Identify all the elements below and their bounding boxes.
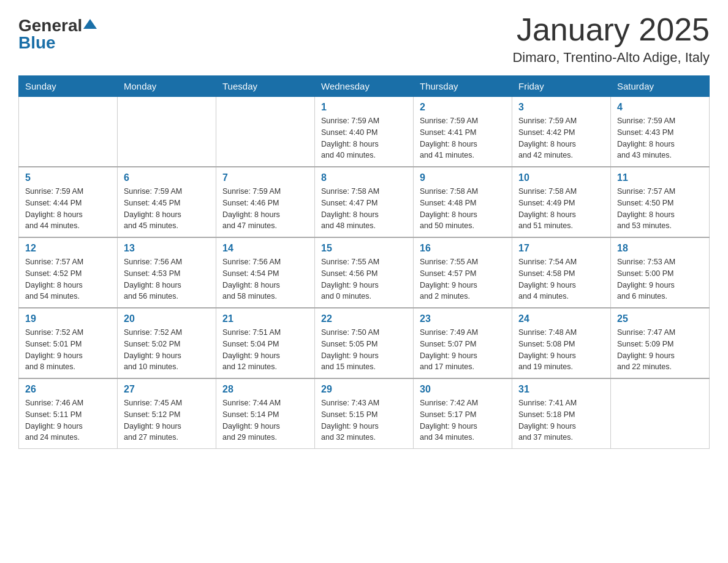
logo-general-text: General xyxy=(18,17,82,34)
logo: General Blue xyxy=(18,17,97,52)
calendar-cell: 24Sunrise: 7:48 AM Sunset: 5:08 PM Dayli… xyxy=(512,308,611,378)
calendar-cell: 5Sunrise: 7:59 AM Sunset: 4:44 PM Daylig… xyxy=(19,167,118,237)
calendar-cell: 31Sunrise: 7:41 AM Sunset: 5:18 PM Dayli… xyxy=(512,378,611,449)
day-info: Sunrise: 7:43 AM Sunset: 5:15 PM Dayligh… xyxy=(321,397,407,443)
day-info: Sunrise: 7:58 AM Sunset: 4:48 PM Dayligh… xyxy=(420,186,506,232)
day-info: Sunrise: 7:45 AM Sunset: 5:12 PM Dayligh… xyxy=(124,397,210,443)
calendar-cell: 9Sunrise: 7:58 AM Sunset: 4:48 PM Daylig… xyxy=(414,167,512,237)
day-number: 14 xyxy=(222,243,308,254)
day-number: 27 xyxy=(124,384,210,395)
day-info: Sunrise: 7:59 AM Sunset: 4:46 PM Dayligh… xyxy=(222,186,308,232)
day-number: 20 xyxy=(124,313,210,324)
day-number: 24 xyxy=(518,313,604,324)
calendar-header-row: SundayMondayTuesdayWednesdayThursdayFrid… xyxy=(19,76,710,97)
calendar-table: SundayMondayTuesdayWednesdayThursdayFrid… xyxy=(18,75,710,449)
day-number: 4 xyxy=(617,102,703,113)
day-number: 13 xyxy=(124,243,210,254)
title-section: January 2025 Dimaro, Trentino-Alto Adige… xyxy=(512,12,710,66)
calendar-cell: 2Sunrise: 7:59 AM Sunset: 4:41 PM Daylig… xyxy=(414,97,512,167)
day-info: Sunrise: 7:52 AM Sunset: 5:01 PM Dayligh… xyxy=(25,327,111,373)
day-number: 26 xyxy=(25,384,111,395)
day-info: Sunrise: 7:41 AM Sunset: 5:18 PM Dayligh… xyxy=(518,397,604,443)
calendar-cell: 27Sunrise: 7:45 AM Sunset: 5:12 PM Dayli… xyxy=(118,378,216,449)
day-number: 1 xyxy=(321,102,407,113)
calendar-cell: 30Sunrise: 7:42 AM Sunset: 5:17 PM Dayli… xyxy=(414,378,512,449)
calendar-cell: 12Sunrise: 7:57 AM Sunset: 4:52 PM Dayli… xyxy=(19,237,118,308)
day-info: Sunrise: 7:50 AM Sunset: 5:05 PM Dayligh… xyxy=(321,327,407,373)
calendar-cell: 18Sunrise: 7:53 AM Sunset: 5:00 PM Dayli… xyxy=(611,237,710,308)
day-number: 19 xyxy=(25,313,111,324)
day-info: Sunrise: 7:48 AM Sunset: 5:08 PM Dayligh… xyxy=(518,327,604,373)
calendar-cell: 29Sunrise: 7:43 AM Sunset: 5:15 PM Dayli… xyxy=(315,378,414,449)
calendar-cell: 21Sunrise: 7:51 AM Sunset: 5:04 PM Dayli… xyxy=(216,308,315,378)
day-info: Sunrise: 7:52 AM Sunset: 5:02 PM Dayligh… xyxy=(124,327,210,373)
calendar-cell: 17Sunrise: 7:54 AM Sunset: 4:58 PM Dayli… xyxy=(512,237,611,308)
day-number: 11 xyxy=(617,172,703,183)
calendar-week-row: 26Sunrise: 7:46 AM Sunset: 5:11 PM Dayli… xyxy=(19,378,710,449)
day-info: Sunrise: 7:59 AM Sunset: 4:40 PM Dayligh… xyxy=(321,115,407,161)
calendar-cell: 6Sunrise: 7:59 AM Sunset: 4:45 PM Daylig… xyxy=(118,167,216,237)
day-info: Sunrise: 7:58 AM Sunset: 4:47 PM Dayligh… xyxy=(321,186,407,232)
day-number: 5 xyxy=(25,172,111,183)
day-number: 25 xyxy=(617,313,703,324)
day-number: 2 xyxy=(420,102,506,113)
calendar-cell: 13Sunrise: 7:56 AM Sunset: 4:53 PM Dayli… xyxy=(118,237,216,308)
calendar-cell: 23Sunrise: 7:49 AM Sunset: 5:07 PM Dayli… xyxy=(414,308,512,378)
calendar-cell xyxy=(216,97,315,167)
calendar-cell: 7Sunrise: 7:59 AM Sunset: 4:46 PM Daylig… xyxy=(216,167,315,237)
calendar-cell: 10Sunrise: 7:58 AM Sunset: 4:49 PM Dayli… xyxy=(512,167,611,237)
day-info: Sunrise: 7:59 AM Sunset: 4:45 PM Dayligh… xyxy=(124,186,210,232)
calendar-cell: 26Sunrise: 7:46 AM Sunset: 5:11 PM Dayli… xyxy=(19,378,118,449)
day-info: Sunrise: 7:59 AM Sunset: 4:43 PM Dayligh… xyxy=(617,115,703,161)
day-number: 31 xyxy=(518,384,604,395)
location-text: Dimaro, Trentino-Alto Adige, Italy xyxy=(512,50,710,66)
day-info: Sunrise: 7:51 AM Sunset: 5:04 PM Dayligh… xyxy=(222,327,308,373)
day-info: Sunrise: 7:55 AM Sunset: 4:57 PM Dayligh… xyxy=(420,256,506,302)
day-info: Sunrise: 7:55 AM Sunset: 4:56 PM Dayligh… xyxy=(321,256,407,302)
calendar-cell xyxy=(118,97,216,167)
month-title: January 2025 xyxy=(512,12,710,47)
calendar-week-row: 1Sunrise: 7:59 AM Sunset: 4:40 PM Daylig… xyxy=(19,97,710,167)
calendar-cell: 15Sunrise: 7:55 AM Sunset: 4:56 PM Dayli… xyxy=(315,237,414,308)
day-info: Sunrise: 7:49 AM Sunset: 5:07 PM Dayligh… xyxy=(420,327,506,373)
day-number: 28 xyxy=(222,384,308,395)
day-of-week-header: Thursday xyxy=(414,76,512,97)
day-number: 8 xyxy=(321,172,407,183)
day-number: 18 xyxy=(617,243,703,254)
calendar-cell: 8Sunrise: 7:58 AM Sunset: 4:47 PM Daylig… xyxy=(315,167,414,237)
calendar-week-row: 19Sunrise: 7:52 AM Sunset: 5:01 PM Dayli… xyxy=(19,308,710,378)
day-info: Sunrise: 7:59 AM Sunset: 4:41 PM Dayligh… xyxy=(420,115,506,161)
day-number: 22 xyxy=(321,313,407,324)
day-number: 17 xyxy=(518,243,604,254)
calendar-cell: 4Sunrise: 7:59 AM Sunset: 4:43 PM Daylig… xyxy=(611,97,710,167)
day-info: Sunrise: 7:57 AM Sunset: 4:50 PM Dayligh… xyxy=(617,186,703,232)
calendar-cell: 14Sunrise: 7:56 AM Sunset: 4:54 PM Dayli… xyxy=(216,237,315,308)
day-info: Sunrise: 7:53 AM Sunset: 5:00 PM Dayligh… xyxy=(617,256,703,302)
day-number: 23 xyxy=(420,313,506,324)
day-info: Sunrise: 7:59 AM Sunset: 4:44 PM Dayligh… xyxy=(25,186,111,232)
day-of-week-header: Monday xyxy=(118,76,216,97)
svg-marker-0 xyxy=(83,19,97,29)
calendar-cell: 11Sunrise: 7:57 AM Sunset: 4:50 PM Dayli… xyxy=(611,167,710,237)
calendar-cell: 16Sunrise: 7:55 AM Sunset: 4:57 PM Dayli… xyxy=(414,237,512,308)
day-number: 12 xyxy=(25,243,111,254)
calendar-cell: 1Sunrise: 7:59 AM Sunset: 4:40 PM Daylig… xyxy=(315,97,414,167)
day-of-week-header: Tuesday xyxy=(216,76,315,97)
day-info: Sunrise: 7:56 AM Sunset: 4:53 PM Dayligh… xyxy=(124,256,210,302)
day-number: 21 xyxy=(222,313,308,324)
day-info: Sunrise: 7:47 AM Sunset: 5:09 PM Dayligh… xyxy=(617,327,703,373)
day-of-week-header: Saturday xyxy=(611,76,710,97)
page-header: General Blue January 2025 Dimaro, Trenti… xyxy=(18,12,710,66)
day-number: 30 xyxy=(420,384,506,395)
day-info: Sunrise: 7:58 AM Sunset: 4:49 PM Dayligh… xyxy=(518,186,604,232)
logo-blue-text: Blue xyxy=(18,34,56,52)
day-info: Sunrise: 7:54 AM Sunset: 4:58 PM Dayligh… xyxy=(518,256,604,302)
calendar-cell: 22Sunrise: 7:50 AM Sunset: 5:05 PM Dayli… xyxy=(315,308,414,378)
calendar-cell: 20Sunrise: 7:52 AM Sunset: 5:02 PM Dayli… xyxy=(118,308,216,378)
calendar-week-row: 12Sunrise: 7:57 AM Sunset: 4:52 PM Dayli… xyxy=(19,237,710,308)
day-number: 9 xyxy=(420,172,506,183)
day-of-week-header: Wednesday xyxy=(315,76,414,97)
day-info: Sunrise: 7:42 AM Sunset: 5:17 PM Dayligh… xyxy=(420,397,506,443)
day-info: Sunrise: 7:57 AM Sunset: 4:52 PM Dayligh… xyxy=(25,256,111,302)
day-number: 7 xyxy=(222,172,308,183)
